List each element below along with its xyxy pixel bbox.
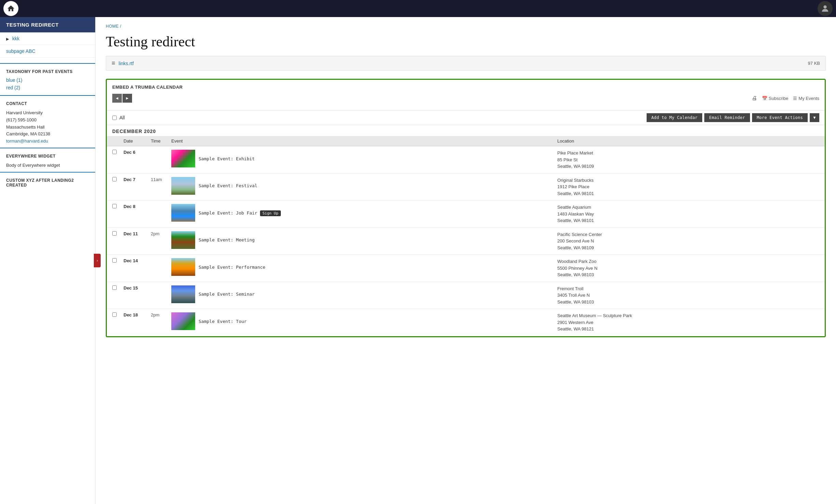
event-time-3: 2pm xyxy=(147,227,168,255)
calendar-header: EMBED A TRUMBA CALENDAR ◄ ► 🖨 📅 Subscrib… xyxy=(107,80,825,110)
event-cell-2: Sample Event: Job FairSign Up xyxy=(168,201,554,228)
event-time-4 xyxy=(147,255,168,282)
taxonomy-section-title: TAXONOMY FOR PAST EVENTS xyxy=(6,69,89,74)
event-image-2 xyxy=(171,204,195,222)
signup-badge-2[interactable]: Sign Up xyxy=(260,210,280,216)
sidebar-section-taxonomy: TAXONOMY FOR PAST EVENTS blue (1) red (2… xyxy=(0,64,95,95)
table-row: Dec 182pmSample Event: TourSeattle Art M… xyxy=(107,309,825,336)
event-date-3: Dec 11 xyxy=(120,227,147,255)
event-location-1: Original Starbucks1912 Pike PlaceSeattle… xyxy=(554,173,825,201)
calendar-controls: ◄ ► 🖨 📅 Subscribe ☰ My Events xyxy=(112,94,819,103)
sidebar-link-kkk[interactable]: kkk xyxy=(12,36,19,41)
event-image-0 xyxy=(171,150,195,167)
event-location-6: Seattle Art Museum — Sculpture Park2901 … xyxy=(554,309,825,336)
event-checkbox-3[interactable] xyxy=(112,231,117,236)
file-icon: ≡ xyxy=(112,60,115,67)
table-row: Dec 8Sample Event: Job FairSign UpSeattl… xyxy=(107,201,825,228)
table-row: Dec 711amSample Event: FestivalOriginal … xyxy=(107,173,825,201)
event-image-5 xyxy=(171,285,195,303)
top-bar xyxy=(0,0,836,17)
event-location-2: Seattle Aquarium1483 Alaskan WaySeattle,… xyxy=(554,201,825,228)
event-image-4 xyxy=(171,258,195,276)
event-name-5[interactable]: Sample Event: Seminar xyxy=(199,292,255,297)
table-row: Dec 6Sample Event: ExhibitPike Place Mar… xyxy=(107,146,825,174)
my-events-label: My Events xyxy=(798,96,819,101)
calendar-prev-button[interactable]: ◄ xyxy=(112,94,122,103)
event-checkbox-4[interactable] xyxy=(112,258,117,263)
taxonomy-link-red[interactable]: red (2) xyxy=(6,85,89,90)
custom-section-title: CUSTOM XYZ AFTER LANDING2 CREATED xyxy=(6,178,89,188)
sidebar-item-subpage[interactable]: subpage ABC xyxy=(0,45,95,58)
calendar-select-all-row: All Add to My Calendar Email Reminder Mo… xyxy=(107,110,825,125)
event-date-2: Dec 8 xyxy=(120,201,147,228)
event-name-6[interactable]: Sample Event: Tour xyxy=(199,319,247,324)
select-all-left: All xyxy=(112,115,125,120)
email-reminder-button[interactable]: Email Reminder xyxy=(704,113,750,122)
select-all-checkbox[interactable] xyxy=(112,116,117,120)
th-event: Event xyxy=(168,136,554,146)
taxonomy-link-blue[interactable]: blue (1) xyxy=(6,77,89,83)
table-row: Dec 15Sample Event: SeminarFremont Troll… xyxy=(107,282,825,309)
more-event-actions-button[interactable]: More Event Actions xyxy=(752,113,808,122)
calendar-widget: EMBED A TRUMBA CALENDAR ◄ ► 🖨 📅 Subscrib… xyxy=(106,79,826,337)
sidebar-toggle[interactable]: › xyxy=(94,254,101,267)
event-location-4: Woodland Park Zoo5500 Phinney Ave NSeatt… xyxy=(554,255,825,282)
event-checkbox-5[interactable] xyxy=(112,285,117,290)
subscribe-label: Subscribe xyxy=(769,96,789,101)
breadcrumb-home[interactable]: HOME xyxy=(106,24,119,29)
main-layout: TESTING REDIRECT ▶ kkk subpage ABC TAXON… xyxy=(0,17,836,504)
everywhere-section-title: EVERYWHERE WIDGET xyxy=(6,154,89,159)
event-time-6: 2pm xyxy=(147,309,168,336)
calendar-action-buttons: Add to My Calendar Email Reminder More E… xyxy=(647,113,819,122)
event-location-0: Pike Place Market85 Pike StSeattle, WA 9… xyxy=(554,146,825,174)
sidebar: TESTING REDIRECT ▶ kkk subpage ABC TAXON… xyxy=(0,17,96,504)
event-cell-6: Sample Event: Tour xyxy=(168,309,554,336)
home-button[interactable] xyxy=(3,1,18,16)
events-table: Date Time Event Location Dec 6Sample Eve… xyxy=(107,136,825,336)
event-date-5: Dec 15 xyxy=(120,282,147,309)
file-attachment: ≡ links.rtf 97 KB xyxy=(106,56,826,71)
event-date-0: Dec 6 xyxy=(120,146,147,174)
event-checkbox-2[interactable] xyxy=(112,204,117,208)
main-content: HOME / Testing redirect ≡ links.rtf 97 K… xyxy=(96,17,836,504)
event-location-5: Fremont Troll3405 Troll Ave NSeattle, WA… xyxy=(554,282,825,309)
event-cell-0: Sample Event: Exhibit xyxy=(168,146,554,174)
event-image-1 xyxy=(171,177,195,195)
my-events-link[interactable]: ☰ My Events xyxy=(793,96,819,101)
event-name-1[interactable]: Sample Event: Festival xyxy=(199,183,257,188)
calendar-section-title: EMBED A TRUMBA CALENDAR xyxy=(112,85,819,90)
more-event-actions-dropdown[interactable]: ▼ xyxy=(810,113,819,122)
event-checkbox-0[interactable] xyxy=(112,150,117,154)
th-checkbox xyxy=(107,136,120,146)
calendar-actions: 🖨 📅 Subscribe ☰ My Events xyxy=(752,95,820,101)
table-header-row: Date Time Event Location xyxy=(107,136,825,146)
event-checkbox-6[interactable] xyxy=(112,312,117,317)
my-events-icon: ☰ xyxy=(793,96,797,101)
calendar-next-button[interactable]: ► xyxy=(122,94,132,103)
event-name-2[interactable]: Sample Event: Job FairSign Up xyxy=(199,210,281,216)
event-checkbox-1[interactable] xyxy=(112,177,117,181)
print-icon[interactable]: 🖨 xyxy=(752,95,757,101)
subscribe-icon: 📅 xyxy=(762,96,767,101)
subscribe-link[interactable]: 📅 Subscribe xyxy=(762,96,789,101)
event-name-0[interactable]: Sample Event: Exhibit xyxy=(199,156,255,161)
contact-email[interactable]: torman@harvard.edu xyxy=(6,138,48,144)
chevron-right-icon: › xyxy=(97,258,98,263)
add-to-calendar-button[interactable]: Add to My Calendar xyxy=(647,113,702,122)
event-cell-4: Sample Event: Performance xyxy=(168,255,554,282)
event-name-3[interactable]: Sample Event: Meeting xyxy=(199,237,255,242)
sidebar-link-subpage[interactable]: subpage ABC xyxy=(6,48,35,54)
file-name[interactable]: links.rtf xyxy=(119,61,134,66)
event-image-3 xyxy=(171,231,195,249)
event-date-6: Dec 18 xyxy=(120,309,147,336)
event-time-1: 11am xyxy=(147,173,168,201)
event-name-4[interactable]: Sample Event: Performance xyxy=(199,265,265,270)
event-location-3: Pacific Science Center200 Second Ave NSe… xyxy=(554,227,825,255)
event-date-1: Dec 7 xyxy=(120,173,147,201)
sidebar-item-kkk[interactable]: ▶ kkk xyxy=(0,32,95,45)
sidebar-title: TESTING REDIRECT xyxy=(0,17,95,32)
user-button[interactable] xyxy=(818,1,833,16)
sidebar-section-contact: CONTACT Harvard University (617) 595-100… xyxy=(0,96,95,148)
sidebar-section-custom: CUSTOM XYZ AFTER LANDING2 CREATED xyxy=(0,173,95,194)
breadcrumb-separator: / xyxy=(120,24,121,29)
